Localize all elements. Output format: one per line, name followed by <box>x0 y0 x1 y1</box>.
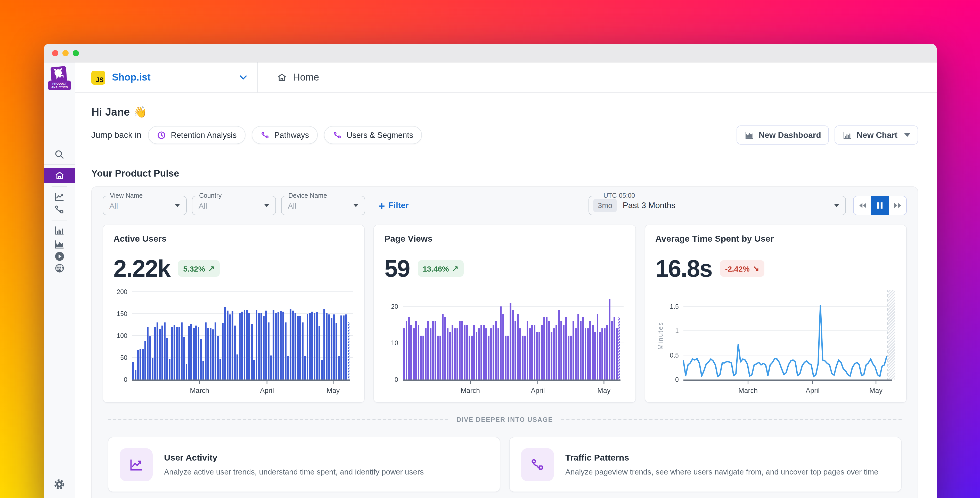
country-select[interactable]: Country All <box>192 196 276 215</box>
line-chart-icon <box>120 448 153 481</box>
product-pulse-panel: View Name All Country All Device Name <box>91 187 918 498</box>
svg-text:April: April <box>805 387 819 394</box>
add-filter-button[interactable]: + Filter <box>379 200 409 211</box>
deep-dive-title: User Activity <box>164 453 424 463</box>
svg-text:150: 150 <box>116 310 127 317</box>
metric-value: 59 <box>385 255 410 283</box>
chip-label: Retention Analysis <box>171 130 237 140</box>
svg-text:20: 20 <box>391 303 398 310</box>
svg-text:May: May <box>326 387 340 394</box>
deep-dive-description: Analyze active user trends, understand t… <box>164 467 424 476</box>
active-users-bar-chart: 050100150200MarchAprilMay <box>113 287 354 397</box>
rewind-icon <box>858 202 867 209</box>
settings-gear-icon[interactable] <box>44 478 75 490</box>
home-icon <box>277 72 287 83</box>
area-chart-icon <box>744 130 754 140</box>
svg-text:May: May <box>598 387 611 394</box>
sidebar-divider-small <box>52 187 67 187</box>
zoom-window-button[interactable] <box>73 50 79 56</box>
svg-text:0: 0 <box>675 376 679 383</box>
close-window-button[interactable] <box>52 50 58 56</box>
bar-chart-icon <box>54 225 65 236</box>
bar-chart-icon <box>842 130 852 140</box>
metric-value: 16.8s <box>655 255 712 283</box>
fast-forward-button[interactable] <box>889 196 906 215</box>
time-range-select[interactable]: UTC-05:00 3mo Past 3 Months <box>589 196 846 215</box>
play-icon <box>53 251 65 262</box>
trend-down-arrow-icon: ↘ <box>753 264 759 273</box>
sidebar-item-pathways[interactable] <box>44 204 75 215</box>
divider-label: DIVE DEEPER INTO USAGE <box>457 416 553 423</box>
plus-icon: + <box>379 200 385 211</box>
svg-text:March: March <box>461 387 480 394</box>
svg-text:200: 200 <box>116 288 127 295</box>
chip-users-segments[interactable]: Users & Segments <box>324 126 422 144</box>
tab-home[interactable]: Home <box>258 62 319 93</box>
section-title-product-pulse: Your Product Pulse <box>91 168 918 179</box>
sidebar-divider <box>44 164 75 165</box>
globe-icon <box>53 262 65 274</box>
sidebar-item-trends[interactable] <box>44 191 75 203</box>
project-switcher[interactable]: JS Shop.ist <box>75 62 258 93</box>
chip-retention-analysis[interactable]: Retention Analysis <box>148 126 245 144</box>
view-name-select[interactable]: View Name All <box>103 196 187 215</box>
screen: PRODUCTANALYTICS <box>0 0 980 498</box>
page-views-bar-chart: 01020MarchAprilMay <box>385 287 625 397</box>
svg-text:April: April <box>260 387 274 394</box>
sidebar-item-recordings[interactable] <box>44 251 75 262</box>
sidebar-item-web-analytics[interactable] <box>44 262 75 274</box>
sidebar: PRODUCTANALYTICS <box>44 62 75 498</box>
app-window: PRODUCTANALYTICS <box>44 44 937 498</box>
new-chart-button[interactable]: New Chart <box>835 126 918 145</box>
trend-up-arrow-icon: ↗ <box>208 264 215 273</box>
segments-icon <box>332 130 342 140</box>
dropdown-arrow-icon <box>353 204 358 207</box>
deep-dive-description: Analyze pageview trends, see where users… <box>565 467 878 476</box>
svg-text:0: 0 <box>124 376 127 383</box>
active-users-card: Active Users 2.22k 5.32%↗ 050100150200Ma… <box>103 225 365 403</box>
chip-label: Users & Segments <box>347 130 413 140</box>
avg-time-card: Average Time Spent by User 16.8s -2.42%↘… <box>644 225 907 403</box>
chip-pathways[interactable]: Pathways <box>252 126 318 144</box>
svg-text:Minutes: Minutes <box>657 322 664 350</box>
section-divider: DIVE DEEPER INTO USAGE <box>108 416 902 423</box>
sidebar-item-area-charts[interactable] <box>44 239 75 250</box>
product-analytics-logo[interactable]: PRODUCTANALYTICS <box>48 67 71 90</box>
svg-text:May: May <box>869 387 883 394</box>
javascript-project-icon: JS <box>91 70 105 85</box>
metric-value: 2.22k <box>113 255 170 283</box>
traffic-patterns-card[interactable]: Traffic Patterns Analyze pageview trends… <box>509 437 902 492</box>
sidebar-item-bar-charts[interactable] <box>44 225 75 236</box>
card-title: Page Views <box>385 234 625 244</box>
user-activity-card[interactable]: User Activity Analyze active user trends… <box>108 437 500 492</box>
svg-text:100: 100 <box>116 332 127 339</box>
svg-text:1.5: 1.5 <box>670 303 679 310</box>
card-title: Average Time Spent by User <box>655 234 896 244</box>
home-icon <box>54 170 65 181</box>
rewind-button[interactable] <box>854 196 871 215</box>
wave-emoji: 👋 <box>133 106 147 118</box>
chevron-down-icon <box>239 75 247 80</box>
area-chart-icon <box>54 239 65 250</box>
avg-time-line-chart: 00.511.5MarchAprilMayMinutes <box>655 287 896 397</box>
device-name-select[interactable]: Device Name All <box>281 196 365 215</box>
change-badge: 13.46%↗ <box>418 260 464 277</box>
chevron-down-icon <box>904 133 910 137</box>
search-icon[interactable] <box>44 149 75 160</box>
project-name: Shop.ist <box>112 72 151 83</box>
svg-text:April: April <box>531 387 545 394</box>
svg-text:1: 1 <box>675 327 679 334</box>
jump-back-label: Jump back in <box>91 130 141 140</box>
change-badge: -2.42%↘ <box>720 260 764 277</box>
sidebar-item-home-active[interactable] <box>44 168 75 183</box>
window-titlebar[interactable] <box>44 44 937 62</box>
dropdown-arrow-icon <box>175 204 180 207</box>
route-icon <box>521 448 554 481</box>
minimize-window-button[interactable] <box>62 50 68 56</box>
new-dashboard-button[interactable]: New Dashboard <box>737 126 829 145</box>
sidebar-divider-small <box>52 220 67 220</box>
page-greeting: Hi Jane 👋 <box>91 106 918 118</box>
pause-button[interactable] <box>871 196 889 215</box>
svg-text:50: 50 <box>120 354 127 361</box>
logo-banner: PRODUCTANALYTICS <box>48 81 71 90</box>
